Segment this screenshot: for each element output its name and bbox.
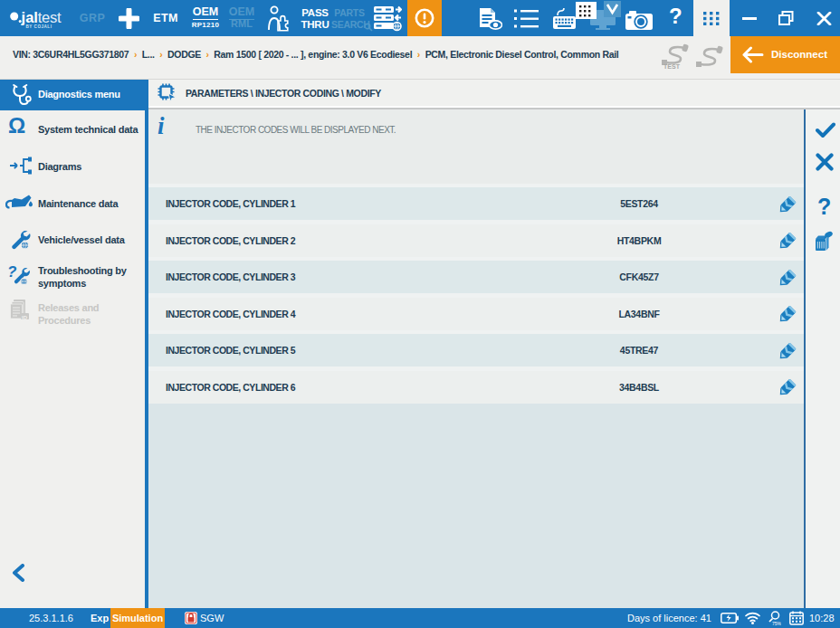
svg-text:?: ? xyxy=(8,263,17,281)
svg-text:jal: jal xyxy=(21,9,38,25)
svg-text:TEST: TEST xyxy=(663,63,681,70)
svg-text:75%: 75% xyxy=(772,621,781,626)
svg-text:BY COJALI: BY COJALI xyxy=(26,24,52,29)
svg-text:ID: ID xyxy=(22,315,28,320)
svg-text:test: test xyxy=(38,9,62,25)
